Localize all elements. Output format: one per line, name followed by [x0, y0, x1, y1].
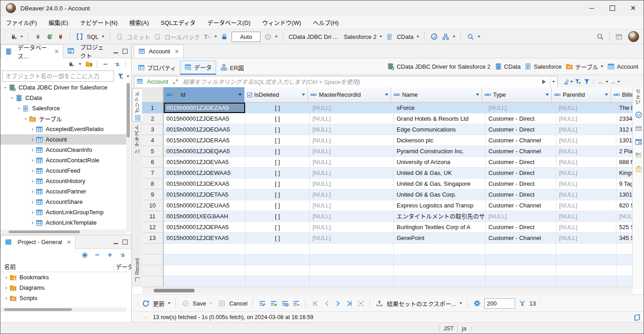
chevron-down-icon[interactable]: › — [2, 85, 9, 91]
menu-item[interactable]: データベース(D) — [207, 18, 250, 27]
column-header-parentid[interactable]: ABCParentId — [552, 87, 611, 103]
tab-close-icon[interactable]: ✕ — [54, 48, 59, 55]
breadcrumb-item[interactable]: CData JDBC Driver for Salesforce 2 — [387, 63, 490, 70]
grid-cell[interactable]: 525 S. Lexington — [616, 222, 633, 233]
grid-cell-empty[interactable] — [310, 276, 394, 287]
row-number[interactable]: 5 — [142, 146, 164, 157]
grid-cell[interactable]: 2334 N. Michiga — [616, 113, 633, 124]
grid-cell-empty[interactable] — [310, 244, 394, 254]
grid-cell[interactable]: [NULL] — [556, 179, 616, 189]
chevron-right-icon[interactable]: › — [29, 157, 36, 164]
column-header-isdeleted[interactable]: IsDeleted — [245, 87, 308, 103]
new-connection-icon[interactable] — [9, 33, 17, 41]
menu-item[interactable]: 編集(E) — [49, 18, 68, 27]
grid-cell-empty[interactable] — [394, 244, 486, 254]
grid-cell[interactable]: [ ] — [246, 168, 310, 179]
grid-cell[interactable]: [NULL] — [310, 233, 394, 244]
filter-input[interactable]: Account 結果をフィルタリングするSQL式を入力します(Ctrl + Sp… — [134, 76, 558, 88]
value-panel-icon[interactable] — [635, 111, 642, 118]
timezone-indicator[interactable]: JST — [444, 325, 454, 332]
database-combo[interactable]: CData — [397, 33, 413, 40]
grid-cell[interactable]: Customer - Channel — [486, 233, 556, 244]
grid-cell[interactable]: [NULL] — [556, 189, 616, 200]
lock-icon[interactable] — [220, 33, 228, 41]
project-settings-gear-icon[interactable] — [80, 251, 89, 259]
grid-cell[interactable]: [ ] — [246, 103, 310, 113]
grid-cell[interactable]: 0015h00001ZJOEPAA5 — [164, 222, 246, 233]
column-filter-dropdown[interactable] — [302, 94, 305, 96]
grid-cell[interactable]: 0015h00001ZJOEVAA5 — [164, 157, 246, 168]
grid-cell[interactable]: [NULL] — [310, 103, 394, 113]
grid-cell[interactable]: sForce — [394, 103, 486, 113]
grid-cell[interactable]: 0015h00001ZJOEXAA5 — [164, 179, 246, 189]
grid-cell[interactable]: [NULL] — [310, 179, 394, 189]
sql-editor-icon[interactable] — [76, 33, 84, 41]
minimize-view-icon[interactable] — [114, 51, 118, 53]
grid-cell[interactable]: Grand Hotels & Resorts Ltd — [394, 113, 486, 124]
grid-cell[interactable]: [NULL] — [310, 211, 394, 222]
grid-cell[interactable]: [ ] — [246, 113, 310, 124]
tree-item-cdata[interactable]: ›CData — [0, 93, 126, 103]
grid-cell[interactable]: Customer - Channel — [486, 200, 556, 211]
grid-cell[interactable]: 9 Tagore Lane¶S — [616, 179, 633, 189]
maximize-button[interactable] — [602, 0, 623, 16]
grid-cell-empty[interactable] — [556, 244, 616, 254]
chevron-right-icon[interactable]: › — [29, 136, 36, 143]
row-number[interactable]: 6 — [142, 157, 164, 168]
grid-cell-empty[interactable] — [394, 265, 486, 276]
grid-cell[interactable]: [NULL] — [486, 103, 556, 113]
export-label[interactable]: 結果セットのエクスポー... — [387, 299, 456, 308]
grid-cell-empty[interactable] — [486, 244, 556, 254]
column-data-header[interactable]: データ — [114, 262, 131, 271]
project-tab-close-icon[interactable]: ✕ — [66, 239, 71, 245]
grid-cell-empty[interactable] — [246, 265, 310, 276]
column-name-header[interactable]: 名前 — [0, 262, 16, 271]
grid-cell[interactable]: [ ] — [246, 124, 310, 135]
aggregate-panel-icon[interactable] — [635, 152, 642, 159]
grid-cell[interactable]: Express Logistics and Transp — [394, 200, 486, 211]
search-db-dropdown[interactable] — [478, 36, 480, 38]
goto-row-icon[interactable] — [356, 299, 365, 307]
grid-cell[interactable]: [ ] — [246, 146, 310, 157]
row-number[interactable]: 8 — [142, 179, 164, 189]
grid-cell[interactable]: [ ] — [246, 233, 310, 244]
network-icon[interactable] — [441, 33, 450, 41]
grid-cell[interactable]: 0015h00001XEG3iAAH — [164, 211, 246, 222]
tree-item-acceptedeventrelatio[interactable]: ›AcceptedEventRelatio — [0, 124, 126, 134]
grid-cell[interactable]: 0015h00001ZJOETAA5 — [164, 189, 246, 200]
add-row-icon[interactable] — [270, 299, 278, 307]
row-number[interactable]: 3 — [142, 124, 164, 135]
quick-search-icon[interactable] — [596, 33, 604, 41]
row-number[interactable]: 2 — [142, 113, 164, 124]
grid-cell[interactable]: [ ] — [246, 179, 310, 189]
connection-combo-dropdown[interactable] — [379, 36, 382, 38]
project-maximize-icon[interactable] — [123, 240, 128, 245]
subtab-properties[interactable]: プロパティ — [134, 61, 180, 74]
project-horizontal-scrollbar[interactable] — [0, 307, 126, 312]
nav-back-arrow-icon[interactable]: ← — [597, 77, 606, 86]
project-collapse-icon[interactable] — [93, 251, 101, 259]
grid-cell-empty[interactable] — [556, 254, 616, 265]
grid-cell[interactable]: [NULL] — [310, 168, 394, 179]
filter-dropdown[interactable] — [127, 75, 129, 77]
chevron-right-icon[interactable]: › — [3, 285, 9, 291]
transaction-mode-icon[interactable]: T∴ — [203, 33, 211, 41]
tree-item-salesforce[interactable]: ›Salesforce — [0, 103, 126, 113]
apply-filter-play-icon[interactable] — [540, 77, 549, 86]
export-dropdown[interactable] — [459, 302, 462, 304]
grid-cell[interactable]: Customer - Direct — [486, 124, 556, 135]
grid-cell[interactable]: [NULL] — [310, 200, 394, 211]
user-avatar[interactable] — [628, 31, 639, 42]
tree-vertical-scrollbar[interactable] — [126, 82, 130, 232]
tree-item-accountshare[interactable]: ›AccountShare — [0, 197, 126, 207]
nav-new-connection-icon[interactable] — [67, 60, 75, 68]
tree-item-accountfeed[interactable]: ›AccountFeed — [0, 165, 126, 176]
nav-view-menu-icon[interactable]: ⁞ — [125, 63, 128, 66]
grid-cell[interactable]: Pyramid Construction Inc. — [394, 146, 486, 157]
grid-cell[interactable]: [NULL] — [556, 200, 616, 211]
network-dropdown[interactable] — [453, 36, 455, 38]
breadcrumb-item[interactable]: Account — [607, 63, 638, 70]
driver-combo[interactable]: CData JDBC Dri ... — [289, 33, 338, 40]
row-number[interactable]: 13 — [142, 233, 164, 244]
grid-cell-empty[interactable] — [246, 244, 310, 254]
